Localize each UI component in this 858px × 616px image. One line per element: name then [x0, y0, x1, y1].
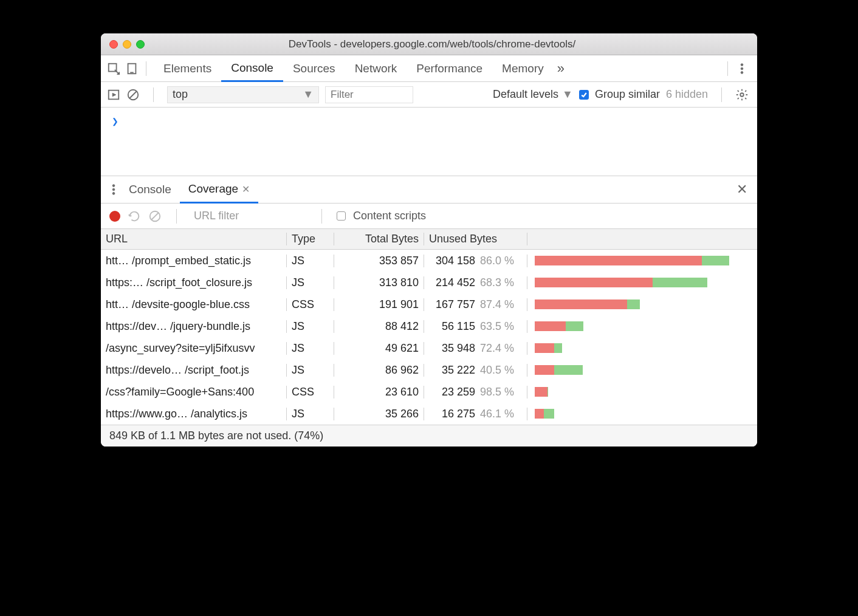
coverage-table: URL Type Total Bytes Unused Bytes htt… /…: [101, 229, 757, 425]
table-row[interactable]: /async_survey?site=ylj5ifxusvvJS49 62135…: [101, 337, 757, 359]
bar-unused-segment: [535, 321, 566, 331]
bar-unused-segment: [535, 343, 554, 353]
dropdown-icon: ▼: [303, 88, 314, 101]
cell-type: JS: [287, 276, 334, 289]
tab-elements[interactable]: Elements: [154, 55, 221, 81]
cell-url: htt… /devsite-google-blue.css: [101, 298, 287, 311]
window-close-button[interactable]: [109, 40, 118, 49]
col-unused[interactable]: Unused Bytes: [424, 233, 527, 245]
svg-point-3: [741, 63, 743, 66]
bar-used-segment: [554, 343, 561, 353]
reload-icon[interactable]: [128, 210, 141, 223]
tab-network[interactable]: Network: [345, 55, 407, 81]
tab-sources[interactable]: Sources: [283, 55, 345, 81]
cell-url: https://www.go… /analytics.js: [101, 408, 287, 420]
settings-gear-icon[interactable]: [735, 88, 749, 101]
table-row[interactable]: https://www.go… /analytics.jsJS35 26616 …: [101, 403, 757, 425]
bar-unused-segment: [535, 278, 653, 287]
cell-total: 313 810: [334, 276, 424, 289]
close-tab-icon[interactable]: ✕: [242, 183, 250, 195]
drawer-close-icon[interactable]: ✕: [733, 182, 751, 197]
device-toolbar-icon[interactable]: [125, 62, 139, 75]
console-filter-input[interactable]: [325, 86, 413, 103]
cell-unused: 35 94872.4 %: [424, 342, 527, 355]
bar-unused-segment: [535, 387, 547, 397]
bar-used-segment: [653, 278, 707, 287]
bar-used-segment: [544, 409, 554, 419]
bar-used-segment: [702, 256, 729, 265]
cell-total: 23 610: [334, 386, 424, 399]
bar-used-segment: [566, 321, 583, 331]
tab-console[interactable]: Console: [221, 56, 283, 82]
drawer-tab-console[interactable]: Console: [120, 176, 180, 203]
drawer-tab-coverage[interactable]: Coverage ✕: [180, 177, 258, 204]
svg-point-5: [741, 71, 743, 74]
group-similar-checkbox[interactable]: [579, 90, 589, 100]
table-row[interactable]: https:… /script_foot_closure.jsJS313 810…: [101, 272, 757, 293]
table-row[interactable]: /css?family=Google+Sans:400CSS23 61023 2…: [101, 381, 757, 403]
drawer-tabbar: Console Coverage ✕ ✕: [101, 176, 757, 204]
cell-unused: 214 45268.3 %: [424, 276, 527, 289]
table-row[interactable]: https://develo… /script_foot.jsJS86 9623…: [101, 359, 757, 381]
divider: [727, 61, 728, 76]
content-scripts-checkbox[interactable]: [337, 211, 346, 221]
divider: [721, 87, 722, 102]
cell-url: htt… /prompt_embed_static.js: [101, 255, 287, 267]
clear-console-icon[interactable]: [126, 88, 140, 101]
record-button[interactable]: [109, 211, 120, 222]
tabs-overflow-button[interactable]: »: [554, 55, 568, 81]
devtools-window: DevTools - developers.google.com/web/too…: [101, 33, 757, 447]
cell-bar: [527, 365, 757, 375]
context-value: top: [173, 88, 188, 101]
svg-point-12: [112, 188, 115, 191]
svg-line-9: [130, 91, 137, 98]
col-type[interactable]: Type: [287, 233, 334, 245]
url-filter-input[interactable]: URL filter: [191, 210, 307, 222]
svg-point-4: [741, 67, 743, 70]
table-row[interactable]: https://dev… /jquery-bundle.jsJS88 41256…: [101, 315, 757, 337]
cell-total: 86 962: [334, 364, 424, 377]
cell-unused: 304 15886.0 %: [424, 255, 527, 267]
cell-total: 49 621: [334, 342, 424, 355]
cell-url: https://dev… /jquery-bundle.js: [101, 320, 287, 333]
divider: [321, 209, 322, 224]
inspect-element-icon[interactable]: [107, 62, 120, 75]
cell-total: 191 901: [334, 298, 424, 311]
window-zoom-button[interactable]: [136, 40, 145, 49]
cell-bar: [527, 387, 757, 397]
divider: [176, 209, 177, 224]
bar-used-segment: [554, 365, 583, 375]
cell-total: 88 412: [334, 320, 424, 333]
table-row[interactable]: htt… /devsite-google-blue.cssCSS191 9011…: [101, 293, 757, 315]
cell-unused: 167 75787.4 %: [424, 298, 527, 311]
more-menu-icon[interactable]: [735, 62, 749, 75]
console-body[interactable]: ❯: [101, 108, 757, 176]
cell-type: JS: [287, 364, 334, 377]
svg-marker-7: [112, 93, 116, 97]
tab-performance[interactable]: Performance: [407, 55, 492, 81]
col-total[interactable]: Total Bytes: [334, 233, 424, 245]
console-prompt-icon: ❯: [112, 115, 118, 128]
window-minimize-button[interactable]: [123, 40, 131, 49]
col-url[interactable]: URL: [101, 233, 287, 245]
table-row[interactable]: htt… /prompt_embed_static.jsJS353 857304…: [101, 250, 757, 272]
bar-unused-segment: [535, 299, 627, 309]
drawer-more-icon[interactable]: [107, 183, 120, 196]
window-titlebar: DevTools - developers.google.com/web/too…: [101, 33, 757, 55]
clear-icon[interactable]: [148, 210, 162, 223]
context-selector[interactable]: top ▼: [167, 86, 319, 103]
show-sidebar-icon[interactable]: [107, 88, 120, 101]
hidden-count: 6 hidden: [666, 88, 708, 101]
tab-memory[interactable]: Memory: [492, 55, 554, 81]
cell-url: https://develo… /script_foot.js: [101, 364, 287, 377]
cell-total: 353 857: [334, 255, 424, 267]
log-levels-select[interactable]: Default levels ▼: [493, 88, 573, 101]
bar-unused-segment: [535, 365, 554, 375]
coverage-summary: 849 KB of 1.1 MB bytes are not used. (74…: [101, 425, 757, 447]
cell-bar: [527, 299, 757, 309]
bar-used-segment: [627, 299, 640, 309]
divider: [146, 61, 146, 76]
cell-unused: 35 22240.5 %: [424, 364, 527, 377]
cell-bar: [527, 343, 757, 353]
cell-type: JS: [287, 342, 334, 355]
